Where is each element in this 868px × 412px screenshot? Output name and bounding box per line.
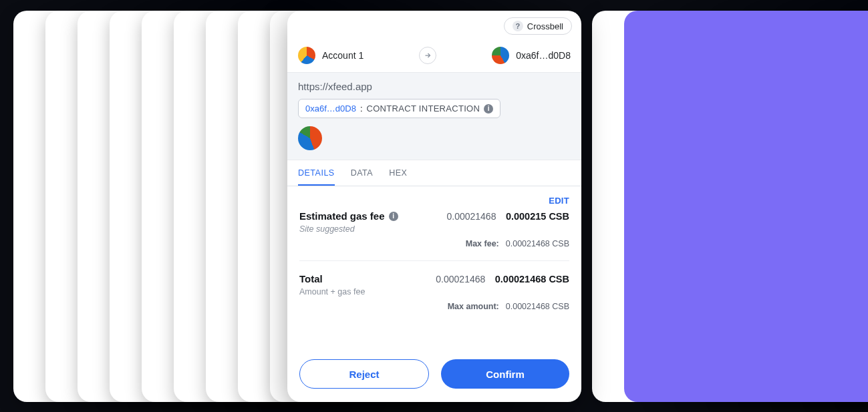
colon: : — [360, 104, 363, 114]
info-icon[interactable]: i — [389, 212, 398, 221]
network-row: ? Crossbell — [287, 11, 581, 40]
origin-block: https://xfeed.app 0xa6f…d0D8 : CONTRACT … — [287, 73, 581, 160]
origin-url: https://xfeed.app — [298, 81, 571, 92]
transaction-confirm-card: ? Crossbell Account 1 0xa6f…d0D8 https:/… — [287, 11, 581, 402]
total-sublabel: Amount + gas fee — [299, 287, 365, 296]
accounts-row: Account 1 0xa6f…d0D8 — [287, 40, 581, 73]
gas-fee-label-text: Estimated gas fee — [299, 210, 385, 222]
interaction-label: CONTRACT INTERACTION — [367, 104, 480, 114]
confirm-button[interactable]: Confirm — [441, 359, 569, 389]
gas-max-value: 0.00021468 CSB — [506, 239, 569, 248]
from-account[interactable]: Account 1 — [298, 47, 364, 64]
tab-details[interactable]: DETAILS — [298, 160, 335, 186]
total-max-value: 0.00021468 CSB — [506, 302, 569, 311]
reject-button[interactable]: Reject — [299, 359, 429, 389]
network-name: Crossbell — [527, 21, 563, 31]
avatar-icon — [298, 47, 315, 64]
stacked-card-accent — [624, 11, 868, 402]
total-native: 0.00021468 — [436, 274, 485, 284]
gas-fee-label: Estimated gas fee i — [299, 210, 398, 222]
gas-max-label: Max fee: — [466, 239, 499, 248]
gas-fee-sublabel: Site suggested — [299, 224, 398, 234]
contract-address-link[interactable]: 0xa6f…d0D8 — [305, 104, 356, 114]
arrow-right-icon — [419, 47, 436, 64]
total-max-label: Max amount: — [448, 302, 499, 311]
from-account-label: Account 1 — [322, 50, 364, 61]
token-avatar-icon — [298, 126, 322, 150]
total-display: 0.00021468 CSB — [495, 274, 569, 284]
network-selector[interactable]: ? Crossbell — [504, 17, 572, 35]
edit-gas-link[interactable]: EDIT — [549, 196, 569, 206]
info-icon[interactable]: i — [484, 104, 493, 114]
edit-row: EDIT — [299, 194, 569, 206]
interaction-pill[interactable]: 0xa6f…d0D8 : CONTRACT INTERACTION i — [298, 99, 500, 118]
gas-fee-native: 0.00021468 — [446, 211, 496, 222]
total-block: Total Amount + gas fee 0.00021468 0.0002… — [299, 273, 569, 311]
action-buttons: Reject Confirm — [287, 349, 581, 402]
gas-fee-block: Estimated gas fee i Site suggested 0.000… — [299, 210, 569, 261]
gas-fee-display: 0.000215 CSB — [506, 211, 569, 222]
to-account-address: 0xa6f…d0D8 — [516, 50, 571, 61]
details-panel: EDIT Estimated gas fee i Site suggested … — [287, 186, 581, 349]
total-label: Total — [299, 273, 365, 284]
tabs: DETAILS DATA HEX — [287, 160, 581, 186]
stage: ? Crossbell Account 1 0xa6f…d0D8 https:/… — [0, 0, 868, 412]
to-account[interactable]: 0xa6f…d0D8 — [492, 47, 571, 64]
tab-hex[interactable]: HEX — [389, 160, 407, 186]
avatar-icon — [492, 47, 509, 64]
question-icon: ? — [513, 21, 523, 31]
tab-data[interactable]: DATA — [351, 160, 373, 186]
